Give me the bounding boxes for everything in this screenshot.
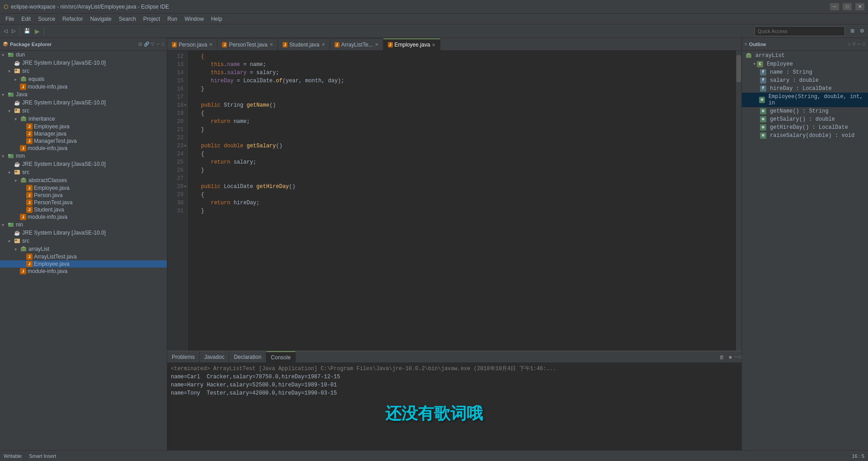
tree-toggle[interactable]: ▾	[14, 247, 20, 252]
editor-tab-student[interactable]: JStudent.java✕	[278, 38, 330, 50]
menu-item-help[interactable]: Help	[208, 15, 226, 23]
console-terminate-button[interactable]: ■	[727, 353, 734, 361]
tree-item-Manager.java[interactable]: JManager.java	[0, 130, 167, 137]
outline-view-menu-button[interactable]: ▽	[852, 42, 856, 47]
toolbar-back-button[interactable]: ◁	[2, 27, 9, 35]
tree-toggle[interactable]: ▾	[8, 170, 14, 175]
outline-item-raiseSalary[interactable]: mraiseSalary(double) : void	[742, 132, 868, 140]
toolbar-settings-button[interactable]: ⚙	[858, 27, 866, 35]
editor-scrollbar[interactable]	[736, 51, 741, 351]
tree-item-dun-src[interactable]: ▾src	[0, 67, 167, 75]
minimize-bottom-button[interactable]: ─	[735, 353, 738, 361]
editor-tab-employee[interactable]: JEmployee.java✕	[383, 38, 441, 50]
code-line-24[interactable]: {	[191, 150, 732, 158]
tree-toggle[interactable]: ▾	[8, 69, 14, 74]
outline-sort-button[interactable]: ↕	[848, 42, 850, 47]
collapse-all-button[interactable]: ⊟	[138, 42, 142, 47]
outline-item-getSalary[interactable]: mgetSalary() : double	[742, 115, 868, 123]
tab-close-button[interactable]: ✕	[432, 42, 435, 47]
toolbar-forward-button[interactable]: ▷	[10, 27, 17, 35]
outline-item-constructor[interactable]: mEmployee(String, double, int, in	[742, 93, 868, 107]
tree-item-Employee.java[interactable]: JEmployee.java	[0, 123, 167, 130]
tree-item-nin-src[interactable]: ▾src	[0, 237, 167, 245]
outline-item-Employee-class[interactable]: ▾ CEmployee	[742, 60, 868, 68]
outline-item-name-field[interactable]: fname : String	[742, 68, 868, 76]
bottom-tab-javadoc[interactable]: Javadoc	[200, 351, 230, 363]
tab-close-button[interactable]: ✕	[375, 42, 378, 47]
code-line-30[interactable]: return hireDay;	[191, 199, 732, 207]
outline-item-hireDay-field[interactable]: fhireDay : LocalDate	[742, 85, 868, 93]
tree-item-Java-src[interactable]: ▾src	[0, 107, 167, 115]
toolbar-run-button[interactable]: ▶	[33, 27, 42, 36]
console-clear-button[interactable]: 🗑	[717, 353, 726, 361]
tree-item-ArrayListTest.java[interactable]: JArrayListTest.java	[0, 253, 167, 260]
menu-item-navigate[interactable]: Navigate	[86, 15, 115, 23]
bottom-tab-console[interactable]: Console	[266, 351, 296, 363]
tree-item-mm-src[interactable]: ▾src	[0, 168, 167, 176]
editor-tab-persontest[interactable]: JPersonTest.java✕	[217, 38, 278, 50]
code-line-28[interactable]: ● public LocalDate getHireDay()	[191, 183, 732, 191]
tree-item-Java[interactable]: ▾Java	[0, 90, 167, 99]
tree-item-dun-equals[interactable]: ▸equals	[0, 75, 167, 83]
menu-item-search[interactable]: Search	[115, 15, 140, 23]
tree-item-arrayList[interactable]: ▾arrayList	[0, 245, 167, 253]
tree-item-Java-jre[interactable]: ☕JRE System Library [JavaSE-10.0]	[0, 99, 167, 107]
close-button[interactable]: ✕	[855, 3, 864, 10]
code-content[interactable]: { this.name = name; this.salary = salary…	[188, 51, 736, 351]
tree-item-dun-module[interactable]: Jmodule-info.java	[0, 83, 167, 90]
menu-item-edit[interactable]: Edit	[18, 15, 34, 23]
tree-toggle[interactable]: ▾	[14, 178, 20, 183]
code-line-19[interactable]: {	[191, 109, 732, 118]
tree-item-abstractClasses[interactable]: ▾abstractClasses	[0, 176, 167, 184]
tree-item-ac-Student[interactable]: JStudent.java	[0, 206, 167, 213]
outline-item-getName[interactable]: mgetName() : String	[742, 107, 868, 115]
tab-close-button[interactable]: ✕	[269, 42, 273, 47]
outline-item-arraylist[interactable]: arrayList	[742, 52, 868, 60]
scroll-thumb[interactable]	[736, 55, 741, 82]
code-line-25[interactable]: return salary;	[191, 158, 732, 166]
code-line-29[interactable]: {	[191, 191, 732, 199]
menu-item-window[interactable]: Window	[181, 15, 208, 23]
quick-access-box[interactable]	[755, 26, 845, 36]
code-line-18[interactable]: ● public String getName()	[191, 101, 732, 109]
toolbar-save-button[interactable]: 💾	[22, 27, 32, 35]
code-line-31[interactable]: }	[191, 207, 732, 215]
code-line-13[interactable]: this.name = name;	[191, 61, 732, 69]
maximize-panel-button[interactable]: □	[161, 42, 164, 47]
quick-access-input[interactable]	[758, 28, 842, 34]
menu-item-project[interactable]: Project	[140, 15, 164, 23]
editor-tab-arraylistte[interactable]: JArrayListTe...✕	[330, 38, 383, 50]
code-line-14[interactable]: this.salary = salary;	[191, 69, 732, 77]
bottom-tab-problems[interactable]: Problems	[167, 351, 200, 363]
tree-item-ManagerTest.java[interactable]: JManagerTest.java	[0, 137, 167, 145]
code-line-20[interactable]: return name;	[191, 118, 732, 126]
bottom-tab-declaration[interactable]: Declaration	[229, 351, 266, 363]
tree-toggle[interactable]: ▾	[8, 108, 14, 113]
menu-item-source[interactable]: Source	[34, 15, 59, 23]
tree-toggle[interactable]: ▾	[2, 222, 7, 227]
outline-item-salary-field[interactable]: fsalary : double	[742, 76, 868, 85]
maximize-button[interactable]: □	[843, 3, 852, 10]
tree-toggle[interactable]: ▾	[14, 117, 20, 122]
tree-item-ac-Employee[interactable]: JEmployee.java	[0, 184, 167, 192]
tree-item-nin-module[interactable]: Jmodule-info.java	[0, 268, 167, 275]
outline-minimize-button[interactable]: ─	[858, 42, 861, 47]
tab-close-button[interactable]: ✕	[321, 42, 325, 47]
code-line-12[interactable]: {	[191, 52, 732, 61]
outline-toggle[interactable]: ▾	[753, 61, 756, 67]
tree-item-ac-Person[interactable]: JPerson.java	[0, 192, 167, 199]
outline-maximize-button[interactable]: □	[863, 42, 865, 47]
tab-close-button[interactable]: ✕	[209, 42, 212, 47]
minimize-panel-button[interactable]: ─	[156, 42, 160, 47]
tree-item-nin-jre[interactable]: ☕JRE System Library [JavaSE-10.0]	[0, 229, 167, 237]
menu-item-refactor[interactable]: Refactor	[59, 15, 86, 23]
tree-toggle[interactable]: ▾	[2, 154, 7, 159]
minimize-button[interactable]: ─	[830, 3, 839, 10]
tree-item-Java-module[interactable]: Jmodule-info.java	[0, 145, 167, 152]
code-line-17[interactable]	[191, 93, 732, 101]
tree-item-inheritance[interactable]: ▾inheritance	[0, 115, 167, 123]
tree-item-ac-PersonTest[interactable]: JPersonTest.java	[0, 199, 167, 206]
tree-item-mm-module[interactable]: Jmodule-info.java	[0, 213, 167, 221]
tree-item-mm-jre[interactable]: ☕JRE System Library [JavaSE-10.0]	[0, 160, 167, 168]
tree-item-dun[interactable]: ▾dun	[0, 51, 167, 59]
